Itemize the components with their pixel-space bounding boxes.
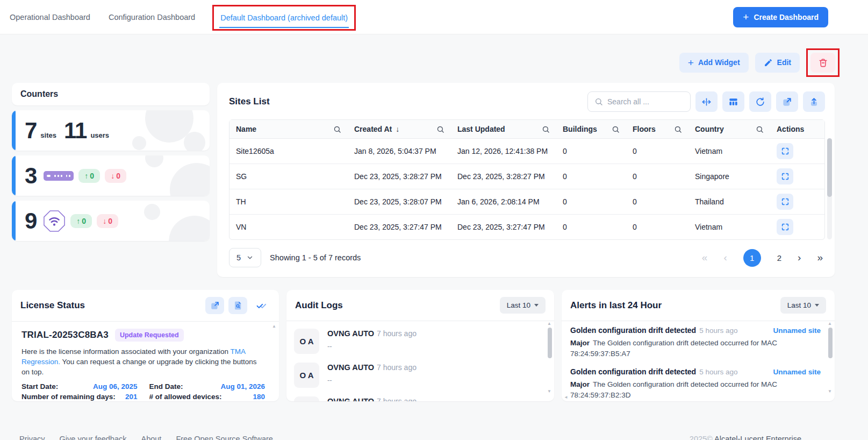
arrow-up-icon: ↑ [84, 172, 88, 180]
license-key: TRIAL-20253C8BA3 [21, 330, 109, 340]
search-icon[interactable] [612, 125, 620, 133]
search-icon[interactable] [333, 125, 341, 133]
accent-bar [12, 110, 16, 151]
remaining-days-label: Number of remaining days: [21, 393, 116, 401]
audit-user: OVNG AUTO [327, 397, 374, 401]
caret-down-icon [534, 304, 539, 307]
table-row[interactable]: VN Dec 23, 2025, 3:27:47 PM Dec 23, 2025… [229, 215, 824, 240]
prev-page-button[interactable]: ‹ [723, 252, 727, 264]
alert-message: MajorThe Golden configuration drift dete… [570, 338, 796, 360]
alerts-widget: Alerts in last 24 Hour Last 10 Golden co… [562, 290, 835, 401]
alerts-scrollbar[interactable]: ▲ ▼ [828, 321, 833, 394]
cell-last-updated: Jan 12, 2026, 12:41:38 PM [451, 139, 556, 164]
license-audit-button[interactable] [228, 297, 247, 314]
open-widget-button[interactable] [776, 91, 798, 112]
create-dashboard-button[interactable]: + Create Dashboard [733, 7, 828, 27]
next-page-button[interactable]: › [798, 252, 801, 264]
column-header-actions: Actions [770, 120, 824, 139]
privacy-link[interactable]: Privacy [19, 435, 45, 440]
cell-floors: 0 [626, 164, 688, 189]
scroll-down-icon[interactable]: ▼ [547, 389, 551, 394]
arrow-down-icon: ↓ [103, 217, 106, 225]
audit-scrollbar[interactable]: ▲ ▼ [548, 321, 552, 394]
alert-item: Golden configuration drift detected 5 ho… [570, 326, 821, 360]
column-header-created-at[interactable]: Created At↓ [348, 120, 451, 139]
add-widget-button[interactable]: + Add Widget [679, 53, 749, 73]
audit-user: OVNG AUTO [327, 329, 374, 338]
sort-desc-icon[interactable]: ↓ [396, 125, 399, 133]
tab-operational-dashboard[interactable]: Operational Dashboard [9, 0, 91, 34]
expand-site-button[interactable] [777, 194, 793, 210]
license-verify-button[interactable] [252, 297, 270, 314]
column-header-buildings[interactable]: Buildings [556, 120, 626, 139]
audit-time: 7 hours ago [377, 329, 417, 338]
alert-time: 5 hours ago [699, 368, 737, 376]
cell-name: VN [229, 215, 348, 240]
column-header-name[interactable]: Name [229, 120, 348, 139]
cell-floors: 0 [626, 139, 688, 164]
scroll-left-icon[interactable]: ◄ [564, 395, 568, 400]
audit-log-item: O A OVNG AUTO7 hours ago -- [294, 358, 547, 392]
alert-site-link[interactable]: Unnamed site [773, 368, 821, 376]
last-page-button[interactable]: » [817, 252, 823, 264]
scroll-down-icon[interactable]: ▼ [828, 389, 832, 394]
table-scrollbar[interactable] [827, 138, 832, 239]
switches-down-badge: ↓0 [105, 169, 126, 183]
alert-severity: Major [570, 380, 590, 388]
fit-columns-button[interactable] [695, 91, 718, 112]
sites-count-label: sites [40, 131, 56, 139]
allowed-devices-label: # of allowed devices: [149, 393, 222, 401]
sites-search-input[interactable] [607, 97, 684, 106]
fullscreen-icon [781, 197, 790, 206]
column-header-last-updated[interactable]: Last Updated [451, 120, 556, 139]
start-date-value: Aug 06, 2025 [93, 382, 138, 391]
audit-user: OVNG AUTO [327, 363, 374, 372]
column-header-country[interactable]: Country [688, 120, 770, 139]
edit-button[interactable]: Edit [755, 53, 800, 73]
search-icon[interactable] [674, 125, 682, 133]
open-source-link[interactable]: Free Open Source Software [176, 435, 273, 440]
first-page-button[interactable]: « [702, 252, 708, 264]
refresh-button[interactable] [749, 91, 771, 112]
expand-site-button[interactable] [777, 143, 793, 159]
table-row[interactable]: TH Dec 23, 2025, 3:28:07 PM Jan 6, 2026,… [229, 189, 824, 215]
tab-configuration-dashboard[interactable]: Configuration Dashboard [107, 0, 196, 34]
audit-filter-dropdown[interactable]: Last 10 [500, 297, 546, 314]
page-1-button[interactable]: 1 [743, 249, 761, 267]
scroll-up-icon[interactable]: ▲ [828, 321, 832, 326]
scroll-up-icon[interactable]: ▲ [272, 324, 276, 329]
search-icon[interactable] [756, 125, 764, 133]
delete-dashboard-button[interactable] [810, 53, 835, 73]
alerts-filter-dropdown[interactable]: Last 10 [780, 297, 826, 314]
audit-logs-widget: Audit Logs Last 10 O A OVNG AUTO7 hours … [286, 290, 554, 401]
cell-buildings: 0 [556, 139, 626, 164]
scroll-up-icon[interactable]: ▲ [547, 321, 551, 326]
search-icon[interactable] [436, 125, 444, 133]
search-icon[interactable] [542, 125, 550, 133]
license-open-button[interactable] [205, 297, 224, 314]
about-link[interactable]: About [141, 435, 161, 440]
alert-site-link[interactable]: Unnamed site [773, 327, 821, 335]
start-date-label: Start Date: [21, 382, 58, 391]
export-button[interactable] [803, 91, 825, 112]
column-header-floors[interactable]: Floors [626, 120, 688, 139]
page-size-select[interactable]: 5 [229, 248, 261, 267]
columns-button[interactable] [722, 91, 744, 112]
avatar: O A [294, 396, 319, 401]
tab-default-dashboard[interactable]: Default Dashboard (archived default) [219, 8, 349, 28]
alerts-title: Alerts in last 24 Hour [570, 300, 662, 311]
wifi-octagon-icon [43, 210, 66, 232]
table-row[interactable]: Site12605a Jan 8, 2026, 5:04:37 PM Jan 1… [229, 139, 824, 164]
expand-site-button[interactable] [777, 219, 793, 235]
expand-site-button[interactable] [777, 168, 793, 184]
copyright: 2025© Alcatel-Lucent Enterprise [690, 435, 801, 440]
scroll-down-icon[interactable]: ▼ [272, 400, 276, 401]
plus-icon: + [743, 12, 749, 22]
alert-time: 5 hours ago [699, 327, 737, 335]
page-2-button[interactable]: 2 [777, 253, 781, 262]
cell-created-at: Dec 23, 2025, 3:28:27 PM [348, 164, 451, 189]
alert-title: Golden configuration drift detected [570, 326, 696, 335]
table-row[interactable]: SG Dec 23, 2025, 3:28:27 PM Dec 23, 2025… [229, 164, 824, 189]
feedback-link[interactable]: Give your feedback [60, 435, 127, 440]
sites-list-title: Sites List [229, 96, 270, 107]
